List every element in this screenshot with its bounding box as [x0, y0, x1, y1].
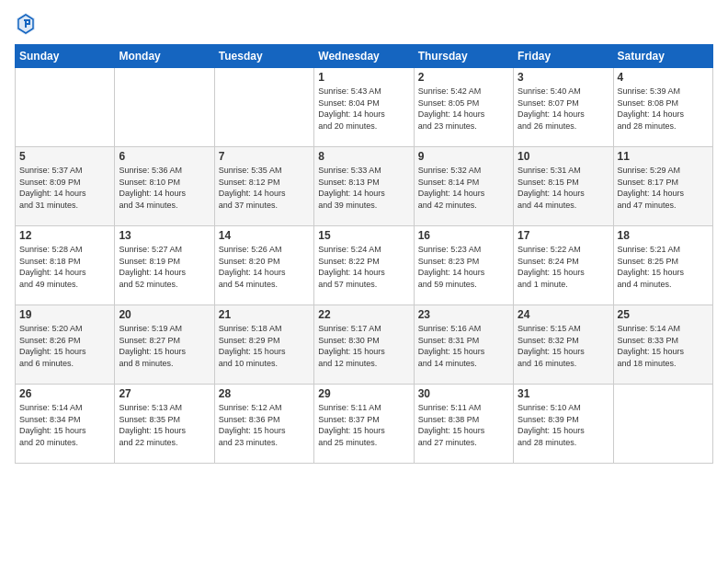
- day-number: 6: [119, 150, 210, 163]
- day-number: 10: [518, 150, 609, 163]
- day-info: Sunrise: 5:24 AM Sunset: 8:22 PM Dayligh…: [318, 244, 409, 290]
- day-info: Sunrise: 5:10 AM Sunset: 8:39 PM Dayligh…: [518, 402, 609, 448]
- day-info: Sunrise: 5:37 AM Sunset: 8:09 PM Dayligh…: [19, 165, 110, 211]
- day-number: 18: [618, 229, 709, 242]
- col-thursday: Thursday: [414, 45, 513, 68]
- day-number: 15: [318, 229, 409, 242]
- header: [15, 11, 713, 37]
- day-cell: 4Sunrise: 5:39 AM Sunset: 8:08 PM Daylig…: [613, 68, 712, 147]
- day-cell: 20Sunrise: 5:19 AM Sunset: 8:27 PM Dayli…: [115, 305, 214, 385]
- day-info: Sunrise: 5:14 AM Sunset: 8:34 PM Dayligh…: [19, 402, 110, 448]
- day-number: 26: [19, 387, 110, 400]
- day-cell: [115, 68, 214, 147]
- day-cell: 30Sunrise: 5:11 AM Sunset: 8:38 PM Dayli…: [414, 385, 513, 464]
- day-info: Sunrise: 5:40 AM Sunset: 8:07 PM Dayligh…: [518, 86, 609, 132]
- day-cell: 14Sunrise: 5:26 AM Sunset: 8:20 PM Dayli…: [214, 226, 313, 305]
- calendar-table: Sunday Monday Tuesday Wednesday Thursday…: [15, 44, 713, 464]
- day-info: Sunrise: 5:22 AM Sunset: 8:24 PM Dayligh…: [518, 244, 609, 290]
- col-saturday: Saturday: [613, 45, 712, 68]
- day-info: Sunrise: 5:27 AM Sunset: 8:19 PM Dayligh…: [119, 244, 210, 290]
- header-row: Sunday Monday Tuesday Wednesday Thursday…: [16, 45, 713, 68]
- col-friday: Friday: [514, 45, 613, 68]
- day-cell: 8Sunrise: 5:33 AM Sunset: 8:13 PM Daylig…: [314, 147, 414, 226]
- week-row-1: 1Sunrise: 5:43 AM Sunset: 8:04 PM Daylig…: [16, 68, 713, 147]
- day-cell: 1Sunrise: 5:43 AM Sunset: 8:04 PM Daylig…: [314, 68, 414, 147]
- day-cell: 3Sunrise: 5:40 AM Sunset: 8:07 PM Daylig…: [514, 68, 613, 147]
- day-number: 31: [518, 387, 609, 400]
- day-cell: 29Sunrise: 5:11 AM Sunset: 8:37 PM Dayli…: [314, 385, 414, 464]
- day-info: Sunrise: 5:17 AM Sunset: 8:30 PM Dayligh…: [318, 323, 409, 369]
- day-info: Sunrise: 5:21 AM Sunset: 8:25 PM Dayligh…: [618, 244, 709, 290]
- day-number: 24: [518, 308, 609, 321]
- day-number: 29: [318, 387, 409, 400]
- day-info: Sunrise: 5:11 AM Sunset: 8:38 PM Dayligh…: [418, 402, 509, 448]
- day-number: 28: [219, 387, 310, 400]
- week-row-5: 26Sunrise: 5:14 AM Sunset: 8:34 PM Dayli…: [16, 385, 713, 464]
- day-number: 14: [219, 229, 310, 242]
- day-cell: 12Sunrise: 5:28 AM Sunset: 8:18 PM Dayli…: [16, 226, 115, 305]
- day-cell: 7Sunrise: 5:35 AM Sunset: 8:12 PM Daylig…: [214, 147, 313, 226]
- col-monday: Monday: [115, 45, 214, 68]
- day-cell: 28Sunrise: 5:12 AM Sunset: 8:36 PM Dayli…: [214, 385, 313, 464]
- day-info: Sunrise: 5:16 AM Sunset: 8:31 PM Dayligh…: [418, 323, 509, 369]
- day-cell: 31Sunrise: 5:10 AM Sunset: 8:39 PM Dayli…: [514, 385, 613, 464]
- col-tuesday: Tuesday: [214, 45, 313, 68]
- day-number: 2: [418, 71, 509, 84]
- day-info: Sunrise: 5:12 AM Sunset: 8:36 PM Dayligh…: [219, 402, 310, 448]
- day-info: Sunrise: 5:18 AM Sunset: 8:29 PM Dayligh…: [219, 323, 310, 369]
- day-number: 12: [19, 229, 110, 242]
- day-cell: 26Sunrise: 5:14 AM Sunset: 8:34 PM Dayli…: [16, 385, 115, 464]
- day-number: 30: [418, 387, 509, 400]
- day-cell: 23Sunrise: 5:16 AM Sunset: 8:31 PM Dayli…: [414, 305, 513, 385]
- day-cell: 25Sunrise: 5:14 AM Sunset: 8:33 PM Dayli…: [613, 305, 712, 385]
- day-number: 25: [618, 308, 709, 321]
- day-number: 4: [618, 71, 709, 84]
- day-info: Sunrise: 5:26 AM Sunset: 8:20 PM Dayligh…: [219, 244, 310, 290]
- day-info: Sunrise: 5:36 AM Sunset: 8:10 PM Dayligh…: [119, 165, 210, 211]
- day-cell: 17Sunrise: 5:22 AM Sunset: 8:24 PM Dayli…: [514, 226, 613, 305]
- day-number: 7: [219, 150, 310, 163]
- day-number: 11: [618, 150, 709, 163]
- day-info: Sunrise: 5:39 AM Sunset: 8:08 PM Dayligh…: [618, 86, 709, 132]
- day-cell: 6Sunrise: 5:36 AM Sunset: 8:10 PM Daylig…: [115, 147, 214, 226]
- col-sunday: Sunday: [16, 45, 115, 68]
- week-row-3: 12Sunrise: 5:28 AM Sunset: 8:18 PM Dayli…: [16, 226, 713, 305]
- day-cell: 11Sunrise: 5:29 AM Sunset: 8:17 PM Dayli…: [613, 147, 712, 226]
- day-number: 23: [418, 308, 509, 321]
- day-info: Sunrise: 5:23 AM Sunset: 8:23 PM Dayligh…: [418, 244, 509, 290]
- day-cell: 16Sunrise: 5:23 AM Sunset: 8:23 PM Dayli…: [414, 226, 513, 305]
- day-cell: 27Sunrise: 5:13 AM Sunset: 8:35 PM Dayli…: [115, 385, 214, 464]
- day-number: 13: [119, 229, 210, 242]
- day-cell: 18Sunrise: 5:21 AM Sunset: 8:25 PM Dayli…: [613, 226, 712, 305]
- day-cell: [214, 68, 313, 147]
- day-number: 5: [19, 150, 110, 163]
- logo: [15, 11, 40, 37]
- day-info: Sunrise: 5:14 AM Sunset: 8:33 PM Dayligh…: [618, 323, 709, 369]
- day-info: Sunrise: 5:42 AM Sunset: 8:05 PM Dayligh…: [418, 86, 509, 132]
- day-number: 22: [318, 308, 409, 321]
- day-cell: [613, 385, 712, 464]
- day-cell: 13Sunrise: 5:27 AM Sunset: 8:19 PM Dayli…: [115, 226, 214, 305]
- day-info: Sunrise: 5:33 AM Sunset: 8:13 PM Dayligh…: [318, 165, 409, 211]
- day-cell: 5Sunrise: 5:37 AM Sunset: 8:09 PM Daylig…: [16, 147, 115, 226]
- day-number: 9: [418, 150, 509, 163]
- day-info: Sunrise: 5:15 AM Sunset: 8:32 PM Dayligh…: [518, 323, 609, 369]
- day-info: Sunrise: 5:32 AM Sunset: 8:14 PM Dayligh…: [418, 165, 509, 211]
- day-number: 27: [119, 387, 210, 400]
- day-number: 20: [119, 308, 210, 321]
- day-number: 17: [518, 229, 609, 242]
- day-cell: 22Sunrise: 5:17 AM Sunset: 8:30 PM Dayli…: [314, 305, 414, 385]
- day-cell: 2Sunrise: 5:42 AM Sunset: 8:05 PM Daylig…: [414, 68, 513, 147]
- week-row-2: 5Sunrise: 5:37 AM Sunset: 8:09 PM Daylig…: [16, 147, 713, 226]
- day-info: Sunrise: 5:28 AM Sunset: 8:18 PM Dayligh…: [19, 244, 110, 290]
- day-cell: 9Sunrise: 5:32 AM Sunset: 8:14 PM Daylig…: [414, 147, 513, 226]
- day-number: 19: [19, 308, 110, 321]
- day-number: 16: [418, 229, 509, 242]
- day-info: Sunrise: 5:29 AM Sunset: 8:17 PM Dayligh…: [618, 165, 709, 211]
- day-info: Sunrise: 5:11 AM Sunset: 8:37 PM Dayligh…: [318, 402, 409, 448]
- logo-icon: [15, 11, 37, 37]
- day-number: 21: [219, 308, 310, 321]
- day-number: 8: [318, 150, 409, 163]
- col-wednesday: Wednesday: [314, 45, 414, 68]
- week-row-4: 19Sunrise: 5:20 AM Sunset: 8:26 PM Dayli…: [16, 305, 713, 385]
